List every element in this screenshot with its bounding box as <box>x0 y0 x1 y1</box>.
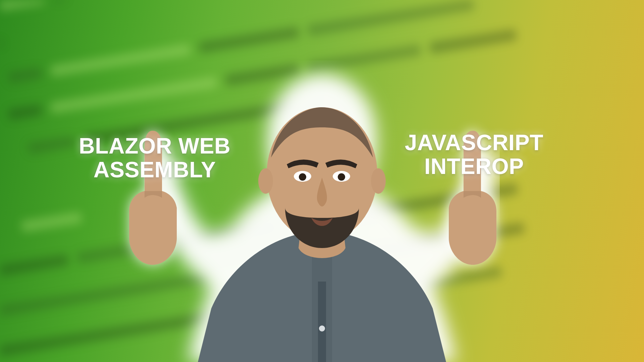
thumbnail-stage: BLAZOR WEB ASSEMBLY JAVASCRIPT INTEROP <box>0 0 644 362</box>
label-left: BLAZOR WEB ASSEMBLY <box>79 134 230 182</box>
label-right: JAVASCRIPT INTEROP <box>405 131 543 179</box>
